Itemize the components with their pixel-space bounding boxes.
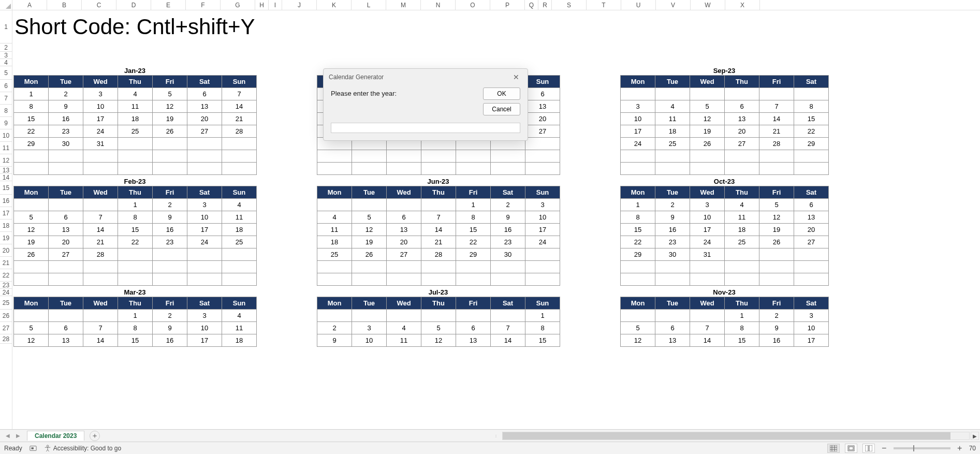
calendar-cell[interactable] <box>49 199 83 211</box>
row-header[interactable]: 22 <box>0 269 12 282</box>
calendar-cell[interactable] <box>655 163 690 175</box>
calendar-cell[interactable] <box>14 310 49 322</box>
calendar-cell[interactable] <box>187 163 222 175</box>
calendar-cell[interactable]: 8 <box>118 322 153 334</box>
calendar-cell[interactable]: 2 <box>153 310 187 322</box>
calendar-cell[interactable] <box>655 273 690 286</box>
calendar-cell[interactable]: 28 <box>759 138 794 150</box>
calendar-cell[interactable]: 6 <box>49 322 83 334</box>
calendar-cell[interactable] <box>83 273 118 286</box>
calendar-cell[interactable] <box>690 150 725 163</box>
calendar-cell[interactable] <box>317 273 352 286</box>
calendar-cell[interactable] <box>14 273 49 286</box>
calendar-cell[interactable]: 7 <box>759 100 794 113</box>
column-header[interactable]: U <box>621 0 656 10</box>
calendar-cell[interactable] <box>690 310 725 322</box>
column-header[interactable]: C <box>82 0 116 10</box>
calendar-cell[interactable] <box>83 163 118 175</box>
calendar-cell[interactable] <box>118 150 153 163</box>
calendar-cell[interactable]: 4 <box>655 100 690 113</box>
calendar-cell[interactable] <box>14 163 49 175</box>
calendar-cell[interactable]: 6 <box>655 322 690 334</box>
calendar-cell[interactable]: 10 <box>794 322 829 334</box>
calendar-cell[interactable]: 24 <box>690 236 725 248</box>
calendar-cell[interactable]: 10 <box>621 113 655 125</box>
normal-view-icon[interactable] <box>827 444 840 453</box>
calendar-cell[interactable] <box>387 310 421 322</box>
calendar-cell[interactable]: 30 <box>491 248 525 261</box>
calendar-cell[interactable]: 3 <box>187 310 222 322</box>
row-header[interactable]: 3 <box>0 52 12 59</box>
calendar-cell[interactable] <box>187 150 222 163</box>
calendar-cell[interactable]: 13 <box>725 113 759 125</box>
calendar-cell[interactable] <box>759 248 794 261</box>
horizontal-scrollbar[interactable] <box>502 432 970 440</box>
calendar-cell[interactable]: 27 <box>387 248 421 261</box>
calendar-cell[interactable]: 9 <box>759 322 794 334</box>
calendar-cell[interactable]: 18 <box>222 224 257 236</box>
calendar-cell[interactable]: 2 <box>317 322 352 334</box>
calendar-cell[interactable]: 9 <box>317 334 352 347</box>
zoom-slider[interactable] <box>894 447 950 449</box>
calendar-cell[interactable] <box>725 261 759 273</box>
row-header[interactable]: 2 <box>0 43 12 52</box>
calendar-cell[interactable] <box>525 248 560 261</box>
calendar-cell[interactable]: 15 <box>621 224 655 236</box>
calendar-cell[interactable]: 8 <box>725 322 759 334</box>
calendar-cell[interactable]: 15 <box>794 113 829 125</box>
calendar-cell[interactable]: 26 <box>690 138 725 150</box>
calendar-cell[interactable] <box>621 310 655 322</box>
calendar-cell[interactable] <box>83 261 118 273</box>
column-header[interactable]: F <box>186 0 221 10</box>
calendar-cell[interactable]: 8 <box>14 100 49 113</box>
calendar-cell[interactable] <box>794 150 829 163</box>
calendar-cell[interactable]: 20 <box>794 224 829 236</box>
calendar-cell[interactable] <box>118 138 153 150</box>
calendar-cell[interactable] <box>83 310 118 322</box>
zoom-in-button[interactable]: + <box>956 444 964 452</box>
row-header[interactable]: 21 <box>0 257 12 269</box>
row-header[interactable]: 28 <box>0 334 12 344</box>
ok-button[interactable]: OK <box>483 87 520 100</box>
calendar-cell[interactable] <box>153 273 187 286</box>
column-header[interactable]: T <box>587 0 621 10</box>
calendar-cell[interactable] <box>317 150 352 163</box>
calendar-cell[interactable]: 19 <box>759 224 794 236</box>
accessibility-status[interactable]: Accessibility: Good to go <box>44 445 121 452</box>
calendar-cell[interactable]: 1 <box>118 199 153 211</box>
calendar-cell[interactable]: 21 <box>421 236 456 248</box>
calendar-cell[interactable] <box>49 261 83 273</box>
calendar-cell[interactable]: 8 <box>456 211 491 224</box>
column-header[interactable]: I <box>269 0 282 10</box>
calendar-cell[interactable]: 1 <box>118 310 153 322</box>
column-header[interactable]: E <box>151 0 186 10</box>
calendar-cell[interactable] <box>187 273 222 286</box>
column-header[interactable]: P <box>490 0 525 10</box>
calendar-cell[interactable] <box>525 150 560 163</box>
calendar-cell[interactable]: 5 <box>759 199 794 211</box>
calendar-cell[interactable] <box>49 273 83 286</box>
macro-recorder-icon[interactable] <box>30 445 37 452</box>
column-header[interactable]: B <box>47 0 82 10</box>
calendar-cell[interactable]: 13 <box>387 224 421 236</box>
calendar-cell[interactable] <box>725 150 759 163</box>
calendar-cell[interactable] <box>690 261 725 273</box>
calendar-cell[interactable]: 5 <box>153 88 187 100</box>
calendar-cell[interactable]: 22 <box>118 236 153 248</box>
calendar-cell[interactable]: 20 <box>387 236 421 248</box>
calendar-cell[interactable] <box>725 88 759 100</box>
calendar-cell[interactable]: 1 <box>14 88 49 100</box>
calendar-cell[interactable] <box>83 199 118 211</box>
calendar-cell[interactable]: 13 <box>456 334 491 347</box>
calendar-cell[interactable] <box>725 163 759 175</box>
calendar-cell[interactable]: 8 <box>621 211 655 224</box>
calendar-cell[interactable]: 14 <box>83 224 118 236</box>
column-header[interactable]: D <box>116 0 151 10</box>
calendar-cell[interactable]: 18 <box>655 125 690 138</box>
calendar-cell[interactable]: 16 <box>491 224 525 236</box>
calendar-cell[interactable]: 15 <box>118 224 153 236</box>
calendar-cell[interactable]: 27 <box>525 125 560 138</box>
calendar-cell[interactable] <box>187 248 222 261</box>
dialog-titlebar[interactable]: Calendar Generator ✕ <box>324 69 528 85</box>
calendar-cell[interactable]: 2 <box>759 310 794 322</box>
